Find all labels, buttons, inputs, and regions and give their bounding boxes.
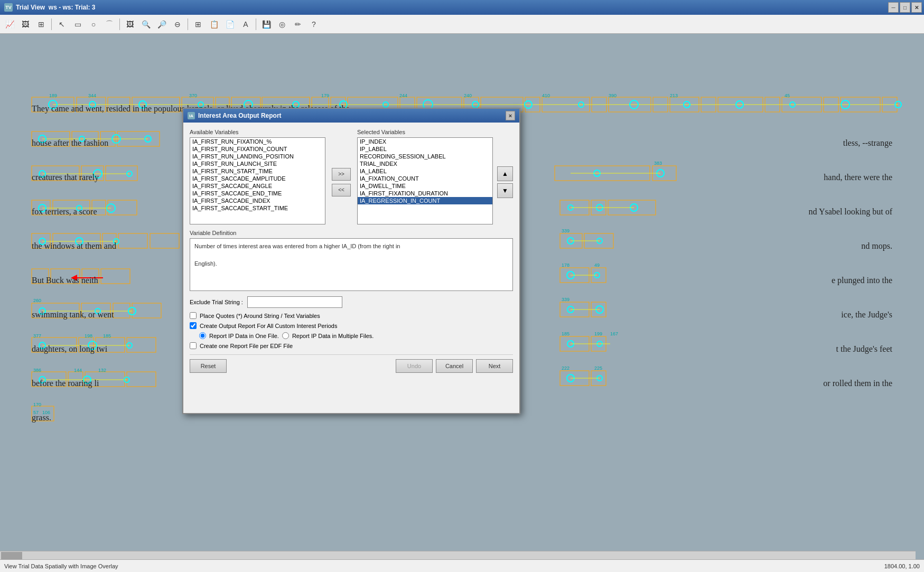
list-item[interactable]: IA_FIXATION_COUNT [358,175,492,182]
undo-button[interactable]: Undo [396,359,433,373]
exclude-input[interactable] [247,296,342,308]
app-icon: TV [4,3,13,12]
svg-point-192 [567,374,574,382]
list-item[interactable]: IP_INDEX [358,138,492,145]
edf-file-checkbox[interactable] [190,342,197,349]
svg-point-66 [525,101,532,108]
svg-rect-109 [132,303,161,318]
zoom-reset-button[interactable]: ⊖ [170,17,185,32]
one-file-label: Report IP Data in One File. [209,333,279,339]
svg-text:185: 185 [103,333,111,339]
svg-rect-99 [101,269,130,284]
move-up-button[interactable]: ▲ [497,166,513,181]
help-button[interactable]: ? [306,17,321,32]
list-item[interactable]: IA_FIRST_RUN_FIXATION_% [190,138,325,145]
target-button[interactable]: ◎ [275,17,290,32]
grid-button[interactable]: ⊞ [34,17,49,32]
list-item[interactable]: IA_DWELL_TIME [358,182,492,190]
svg-rect-17 [592,97,606,112]
ellipse-button[interactable]: ○ [86,17,101,32]
separator-1 [51,18,52,30]
coordinates-text: 1804.00, 1.00 [884,563,920,569]
svg-text:132: 132 [98,368,106,373]
list-item[interactable]: IA_FIRST_SACCADE_END_TIME [190,190,325,197]
svg-rect-154 [555,166,650,181]
list-item[interactable]: IA_FIRST_RUN_LAUNCH_SITE [190,160,325,167]
minimize-button[interactable]: ─ [888,2,899,13]
list-item[interactable]: IA_FIRST_SACCADE_ANGLE [190,182,325,190]
svg-rect-94 [118,233,147,248]
graph-button[interactable]: 📈 [2,17,17,32]
exclude-row: Exclude Trial String : [190,296,513,308]
list-item-selected[interactable]: IA_REGRESSION_IN_COUNT [358,197,492,204]
svg-rect-24 [782,97,822,112]
svg-text:170: 170 [33,402,41,407]
list-item[interactable]: IA_FIRST_SACCADE_AMPLITUDE [190,175,325,182]
svg-text:222: 222 [562,365,570,371]
text-button[interactable]: A [238,17,253,32]
right-buttons: Undo Cancel Next [396,359,513,373]
custom-periods-checkbox[interactable] [190,322,197,329]
zoom-out-button[interactable]: 🔎 [154,17,169,32]
dialog-close-button[interactable]: × [506,111,515,120]
svg-rect-15 [525,97,540,112]
svg-text:344: 344 [88,93,96,98]
multiple-files-radio[interactable] [282,332,289,339]
svg-point-67 [578,102,584,107]
move-left-button[interactable]: << [332,184,351,196]
available-label: Available Variables [190,129,325,135]
svg-text:45: 45 [785,93,790,98]
available-variables-list[interactable]: IA_FIRST_RUN_FIXATION_% IA_FIRST_RUN_FIX… [190,137,325,224]
edit-icon-button[interactable]: ✏ [291,17,305,32]
list-item[interactable]: IA_FIRST_RUN_LANDING_POSITION [190,153,325,160]
paste-button[interactable]: 📄 [222,17,237,32]
rectangle-button[interactable]: ▭ [70,17,85,32]
window-controls: ─ □ ✕ [888,2,922,13]
scrollbar-thumb[interactable] [1,552,22,559]
next-button[interactable]: Next [476,359,513,373]
pointer-button[interactable]: ↖ [54,17,69,32]
svg-text:199: 199 [594,331,602,336]
list-item[interactable]: IP_LABEL [358,145,492,153]
svg-text:179: 179 [321,93,329,98]
selected-variables-list[interactable]: IP_INDEX IP_LABEL RECORDING_SESSION_LABE… [357,137,493,224]
maximize-button[interactable]: □ [900,2,910,13]
move-right-button[interactable]: >> [332,168,351,181]
freehand-button[interactable]: ⌒ [102,17,117,32]
reset-button[interactable]: Reset [190,359,227,373]
options-section: Exclude Trial String : Place Quotes (*) … [190,296,513,349]
edf-file-checkbox-row: Create one Report File per EDF File [190,342,513,349]
workspace-title: ws - ws: Trial: 3 [49,4,96,11]
close-button[interactable]: ✕ [911,2,922,13]
export-button[interactable]: 💾 [259,17,274,32]
horizontal-scrollbar[interactable] [0,551,916,559]
arrange-button[interactable]: ⊞ [191,17,206,32]
svg-text:260: 260 [33,298,41,303]
toolbar: 📈 🖼 ⊞ ↖ ▭ ○ ⌒ 🖼 🔍 🔎 ⊖ ⊞ 📋 📄 A 💾 ◎ ✏ ? [0,15,924,34]
list-item[interactable]: IA_FIRST_SACCADE_INDEX [190,197,325,204]
quotes-checkbox[interactable] [190,312,197,319]
svg-text:213: 213 [670,93,678,98]
image-button[interactable]: 🖼 [18,17,33,32]
text-line-7: swimming tank, or went [32,307,114,323]
image2-button[interactable]: 🖼 [123,17,137,32]
svg-text:49: 49 [594,262,600,268]
list-item[interactable]: RECORDING_SESSION_LABEL [358,153,492,160]
move-down-button[interactable]: ▼ [497,183,513,198]
list-item[interactable]: TRIAL_INDEX [358,160,492,167]
zoom-in-button[interactable]: 🔍 [138,17,153,32]
list-item[interactable]: IA_LABEL [358,167,492,175]
text-right-6: ice, the Judge's [841,307,892,323]
text-line-10: grass. [32,410,51,426]
edf-file-label: Create one Report File per EDF File [200,343,293,349]
list-item[interactable]: IA_FIRST_RUN_FIXATION_COUNT [190,145,325,153]
variable-definition-text: Number of times interest area was entere… [194,243,400,267]
svg-rect-26 [841,97,880,112]
text-line-9: before the roaring li [32,376,99,391]
list-item[interactable]: IA_FIRST_FIXATION_DURATION [358,190,492,197]
list-item[interactable]: IA_FIRST_RUN_START_TIME [190,167,325,175]
cancel-button[interactable]: Cancel [436,359,473,373]
one-file-radio[interactable] [199,332,206,339]
list-item[interactable]: IA_FIRST_SACCADE_START_TIME [190,204,325,212]
copy-button[interactable]: 📋 [207,17,221,32]
